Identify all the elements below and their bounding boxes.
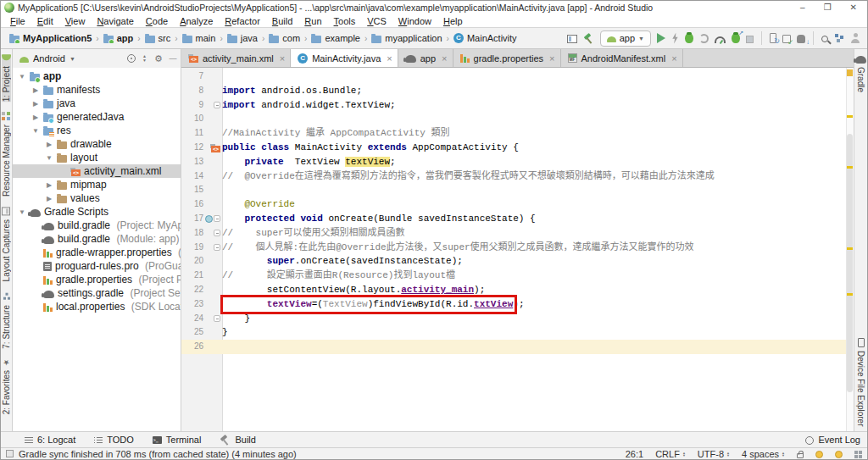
status-4-spaces[interactable]: 4 spaces▲▼	[742, 449, 785, 459]
tree-arrow-icon[interactable]: ▶	[45, 141, 53, 148]
tree-item-app[interactable]: ▼app	[13, 69, 181, 83]
code-line-12[interactable]: 12public class MainActivity extends AppC…	[181, 141, 846, 155]
run-configuration-select[interactable]: app▼	[600, 30, 651, 47]
search-everywhere-icon[interactable]	[821, 36, 828, 42]
code-line-18[interactable]: 18// super可以使用父類別相關成員函數	[181, 226, 846, 241]
code-line-26[interactable]: 26	[181, 340, 846, 354]
apply-changes-icon[interactable]	[671, 33, 679, 44]
toolwindow-toggle-icon[interactable]	[6, 450, 14, 457]
tree-arrow-icon[interactable]: ▼	[45, 154, 53, 162]
tool-button-2-favorites[interactable]: 2: Favorites	[2, 358, 11, 414]
sync-project-icon[interactable]	[782, 35, 791, 43]
tool-button-1-project[interactable]: 1: Project	[2, 54, 11, 102]
tree-item-build-gradle[interactable]: build.gradle (Project: MyApplica	[13, 219, 181, 232]
tree-arrow-icon[interactable]: ▶	[45, 181, 53, 189]
apply-code-changes-icon[interactable]	[732, 33, 740, 43]
fold-icon[interactable]	[214, 215, 220, 222]
stop-icon[interactable]	[746, 36, 754, 43]
tool-button-layout-captures[interactable]: Layout Captures	[2, 207, 11, 281]
tree-item-local-properties[interactable]: local.properties (SDK Location)	[13, 300, 181, 313]
menu-file[interactable]: File	[5, 15, 31, 27]
code-line-7[interactable]: 7	[181, 69, 846, 84]
warning-mark[interactable]	[847, 115, 853, 118]
breadcrumb-item-myapplication[interactable]: myapplication	[371, 33, 442, 43]
tree-item-gradle-wrapper-properties[interactable]: gradle-wrapper.properties (Grad	[13, 246, 181, 259]
tree-item-values[interactable]: ▶values	[13, 191, 181, 205]
tree-item-java[interactable]: ▶java	[13, 97, 181, 110]
menu-analyze[interactable]: Analyze	[175, 15, 218, 27]
tree-item-res[interactable]: ▼res	[13, 124, 181, 137]
menu-edit[interactable]: Edit	[32, 15, 58, 27]
toolwindow-button-6-logcat[interactable]: 6: Logcat	[25, 435, 75, 445]
tree-item-generatedjava[interactable]: ▶generatedJava	[13, 110, 181, 124]
code-line-15[interactable]: 15	[181, 183, 846, 197]
tree-item-gradle-properties[interactable]: gradle.properties (Project Prope	[13, 273, 181, 286]
status-message[interactable]: Gradle sync finished in 708 ms (from cac…	[19, 449, 297, 459]
breadcrumb-item-app[interactable]: app	[103, 33, 134, 43]
menu-window[interactable]: Window	[393, 15, 437, 27]
tab-app[interactable]: app×	[398, 49, 453, 67]
code-line-17[interactable]: 17 protected void onCreate(Bundle savedI…	[181, 212, 846, 226]
menu-refactor[interactable]: Refactor	[220, 15, 265, 27]
tool-button-gradle[interactable]: Gradle	[855, 54, 866, 92]
lock-icon[interactable]	[797, 453, 804, 458]
status-utf-8[interactable]: UTF-8▲▼	[698, 449, 730, 459]
tree-item-drawable[interactable]: ▶drawable	[13, 137, 181, 151]
breadcrumb-item-src[interactable]: src	[145, 33, 171, 43]
breadcrumb-item-mainactivity[interactable]: MainActivity	[453, 33, 517, 43]
code-line-23[interactable]: 23 textView=(TextView)findViewById(R.id.…	[181, 297, 846, 312]
event-log-button[interactable]: Event Log	[818, 435, 860, 445]
face-icon[interactable]	[815, 451, 823, 458]
code-line-21[interactable]: 21// 設定顯示畫面由R(Resource)找到layout檔	[181, 269, 846, 283]
toolwindow-button-terminal[interactable]: Terminal	[153, 435, 202, 445]
tree-arrow-icon[interactable]: ▶	[45, 195, 53, 202]
code-line-25[interactable]: 25}	[181, 325, 846, 340]
debug-icon[interactable]	[685, 33, 693, 43]
menu-run[interactable]: Run	[299, 15, 326, 27]
menu-code[interactable]: Code	[141, 15, 173, 27]
sdk-manager-icon[interactable]	[797, 35, 805, 43]
tab-gradle-properties[interactable]: gradle.properties×	[453, 49, 561, 67]
tree-arrow-icon[interactable]: ▶	[31, 114, 40, 121]
face-icon[interactable]	[835, 451, 843, 458]
tree-item-activity-main-xml[interactable]: activity_main.xml	[13, 164, 181, 178]
code-line-8[interactable]: 8import android.os.Bundle;	[181, 84, 846, 98]
breadcrumb-item-example[interactable]: example	[311, 33, 360, 43]
code-line-14[interactable]: 14// @Override在這裡為覆寫類別方法的指令，當我們要客製化程式時又不…	[181, 169, 846, 184]
code-line-13[interactable]: 13 private TextView textView;	[181, 155, 846, 169]
warning-mark[interactable]	[847, 166, 853, 169]
layoutfile-icon[interactable]	[210, 144, 220, 152]
close-tab-icon[interactable]: ×	[280, 53, 285, 64]
menu-help[interactable]: Help	[438, 15, 468, 27]
menu-view[interactable]: View	[60, 15, 91, 27]
tab-activity-main-xml[interactable]: activity_main.xml×	[181, 49, 291, 67]
panel-settings-icon[interactable]	[153, 53, 164, 64]
tree-item-layout[interactable]: ▼layout	[13, 151, 181, 164]
code-line-24[interactable]: 24 }	[181, 312, 846, 326]
tab-androidmanifest-xml[interactable]: AndroidManifest.xml×	[561, 49, 683, 67]
error-stripe[interactable]	[846, 68, 854, 431]
code-line-16[interactable]: 16 @Override	[181, 197, 846, 212]
tree-item-gradle-scripts[interactable]: ▼Gradle Scripts	[13, 205, 181, 219]
hide-panel-icon[interactable]	[169, 53, 177, 64]
tree-arrow-icon[interactable]: ▶	[31, 100, 40, 108]
menu-tools[interactable]: Tools	[329, 15, 361, 27]
breadcrumb-item-myapplication5[interactable]: MyApplication5	[9, 33, 92, 43]
warning-mark[interactable]	[847, 247, 853, 250]
tool-button-resource-manager[interactable]: Resource Manager	[2, 112, 11, 197]
tab-mainactivity-java[interactable]: MainActivity.java×	[291, 49, 398, 67]
tree-item-manifests[interactable]: ▶manifests	[13, 83, 181, 97]
close-tab-icon[interactable]: ×	[442, 53, 447, 64]
status-crlf[interactable]: CRLF▲▼	[655, 449, 686, 459]
code-line-22[interactable]: 22 setContentView(R.layout.activity_main…	[181, 283, 846, 297]
breadcrumb-item-com[interactable]: com	[269, 33, 300, 43]
menu-build[interactable]: Build	[267, 15, 298, 27]
override-icon[interactable]	[205, 215, 213, 223]
attach-debugger-icon[interactable]	[699, 34, 709, 43]
tree-item-proguard-rules-pro[interactable]: proguard-rules.pro (ProGuard R	[13, 259, 181, 273]
close-tab-icon[interactable]: ×	[671, 53, 676, 64]
close-tab-icon[interactable]: ×	[549, 53, 554, 64]
fold-icon[interactable]	[214, 230, 220, 236]
code-line-20[interactable]: 20 super.onCreate(savedInstanceState);	[181, 254, 846, 269]
code-line-19[interactable]: 19// 個人見解:在此先由@Override此方法後，又super使用父類別之…	[181, 241, 846, 255]
